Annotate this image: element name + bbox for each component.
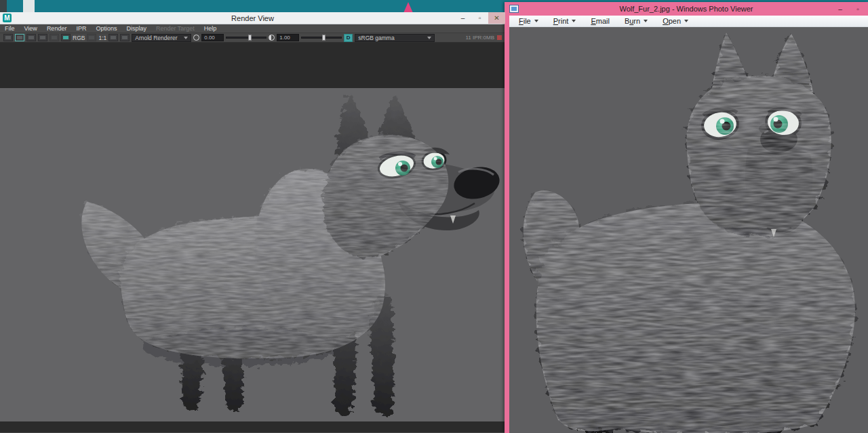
maya-toolbar: RGB 1:1 Arnold Renderer 0.00 1.00 D sRGB… [0,33,505,43]
snapshot-icon[interactable] [26,34,36,41]
wallpaper-light-patch [23,0,35,13]
maya-render-view-window: M Render View – ▫ ✕ File View Render IPR… [0,12,505,433]
stop-render-icon[interactable] [497,35,502,40]
dropdown-arrow-icon [684,20,688,22]
exposure-icon [193,35,199,41]
menu-options[interactable]: Options [96,25,117,32]
minimize-button[interactable]: – [454,12,471,24]
pause-ipr-icon [50,34,59,41]
menu-display[interactable]: Display [126,25,146,32]
exposure-slider-handle[interactable] [248,35,252,41]
maximize-button[interactable]: ▫ [849,2,867,16]
renderer-dropdown-value: Arnold Renderer [135,35,177,41]
menu-render[interactable]: Render [47,25,67,32]
wallpaper-dark-block [0,0,7,13]
dropdown-arrow-icon [572,20,576,22]
menu-file[interactable]: File [519,17,538,25]
dropdown-arrow-icon [644,20,648,22]
menu-help[interactable]: Help [204,25,217,32]
photo-viewer-window-title: Wolf_Fur_2.jpg - Windows Photo Viewer [505,5,868,13]
save-image-icon[interactable] [61,34,71,41]
colorspace-dropdown-value: sRGB gamma [358,35,394,41]
dropdown-arrow-icon [184,37,188,39]
maximize-button[interactable]: ▫ [471,12,488,24]
render-view-backdrop-top [0,43,505,88]
renderer-dropdown[interactable]: Arnold Renderer [132,34,191,42]
dropdown-arrow-icon [427,37,431,39]
exposure-slider[interactable] [226,37,267,39]
photo-viewer-titlebar[interactable]: Wolf_Fur_2.jpg - Windows Photo Viewer – … [505,2,868,16]
gamma-field[interactable]: 1.00 [277,34,299,41]
ipr-render-icon[interactable] [38,34,47,41]
gamma-slider[interactable] [301,37,342,39]
maya-titlebar[interactable]: M Render View – ▫ ✕ [0,12,505,24]
real-size-button[interactable]: 1:1 [98,35,106,41]
menu-print[interactable]: Print [553,17,576,25]
open-hypershade-icon[interactable] [120,34,130,41]
photo-wolf-front-view[interactable] [509,27,868,433]
exposure-field[interactable]: 0.00 [201,34,224,41]
dropdown-arrow-icon [534,20,538,22]
photo-viewer-menubar: File Print Email Burn Open [509,16,868,27]
render-view-backdrop-bottom [0,421,505,432]
ipr-memory-status: 11 IPR:0MB [465,35,494,41]
gamma-slider-handle[interactable] [322,35,326,41]
maya-menubar: File View Render IPR Options Display Ren… [0,24,505,33]
menu-render-target: Render Target [156,25,195,32]
wallpaper-pink-spike [403,2,413,13]
rgb-channels-button[interactable]: RGB [73,35,85,41]
menu-ipr[interactable]: IPR [76,25,86,32]
render-current-frame-icon[interactable] [3,34,13,41]
alpha-channel-icon[interactable] [87,34,96,41]
colorspace-dropdown[interactable]: sRGB gamma [355,34,435,42]
minimize-button[interactable]: – [831,2,849,16]
redo-previous-render-icon[interactable] [15,34,24,41]
display-toggle-button[interactable]: D [344,34,353,42]
menu-file[interactable]: File [5,25,15,32]
close-button[interactable]: ✕ [488,12,505,24]
photo-viewer-app-icon [509,5,519,13]
menu-burn[interactable]: Burn [625,17,648,25]
rendered-image-wolf-side-view[interactable] [0,88,505,421]
gamma-icon [269,35,275,41]
photo-viewer-window: Wolf_Fur_2.jpg - Windows Photo Viewer – … [505,2,868,433]
render-settings-icon[interactable] [108,34,118,41]
menu-email[interactable]: Email [591,17,610,25]
menu-view[interactable]: View [24,25,37,32]
maya-window-title: Render View [0,14,505,22]
menu-open[interactable]: Open [663,17,688,25]
